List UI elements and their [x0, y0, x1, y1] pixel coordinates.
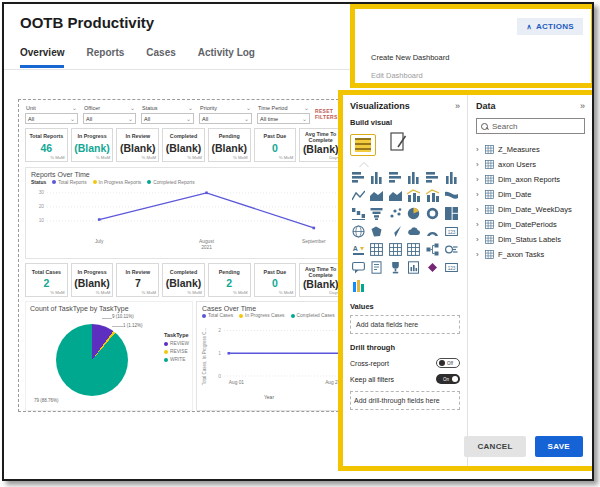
line-clustered-column-chart-icon[interactable] — [425, 188, 441, 203]
svg-text:10: 10 — [39, 219, 45, 224]
filter-dropdown-officer[interactable]: All⌄ — [83, 113, 136, 124]
build-visual-tab[interactable] — [350, 134, 376, 156]
kpi-card-total-cases[interactable]: Total Cases 2 % MoM — [25, 263, 68, 297]
key-influencers-icon[interactable] — [443, 242, 459, 257]
svg-text:123: 123 — [447, 230, 455, 235]
decomposition-tree-icon[interactable] — [425, 242, 441, 257]
map-icon[interactable] — [350, 224, 366, 239]
donut-chart-icon[interactable] — [425, 206, 441, 221]
legend-item-in-progress-reports: In Progress Reports — [93, 180, 142, 185]
kpi-card-in-review[interactable]: In Review (Blank) % MoM — [116, 128, 159, 162]
field-label: Z_Measures — [498, 145, 540, 154]
card-123-icon[interactable]: 123 — [443, 260, 459, 275]
azure-map-icon[interactable] — [406, 224, 422, 239]
kpi-sublabel: % MoM — [279, 155, 294, 160]
pie-chart-icon[interactable] — [406, 206, 422, 221]
tab-overview[interactable]: Overview — [20, 47, 64, 68]
tasktype-pie-chart[interactable]: Count of TaskType by TaskType 9 (10.11%)… — [25, 301, 193, 411]
kpi-value: 7 — [118, 277, 157, 289]
kpi-sublabel: % MoM — [233, 155, 248, 160]
field-dim-date[interactable]: › Dim_Date — [476, 187, 585, 202]
collapse-pane-icon[interactable]: » — [580, 101, 585, 111]
kpi-card-in-progress[interactable]: In Progress (Blank) % MoM — [71, 128, 114, 162]
gauge-icon[interactable] — [425, 224, 441, 239]
field-dim-date-weekdays[interactable]: › Dim_Date_WeekDays — [476, 202, 585, 217]
qa-icon[interactable] — [350, 260, 366, 275]
format-visual-tab[interactable] — [390, 132, 407, 156]
stacked-column-chart-icon[interactable] — [369, 170, 385, 185]
line-stacked-column-chart-icon[interactable] — [406, 188, 422, 203]
funnel-chart-icon[interactable] — [369, 206, 385, 221]
search-input[interactable]: Search — [476, 118, 585, 134]
filled-map-icon[interactable] — [369, 224, 385, 239]
actions-button[interactable]: ∧ ACTIONS — [517, 18, 583, 35]
100-stacked-bar-chart-icon[interactable] — [387, 170, 403, 185]
field-dim-status-labels[interactable]: › Dim_Status Labels — [476, 232, 585, 247]
kpi-card-total-reports[interactable]: Total Reports 46 % MoM — [25, 128, 68, 162]
field-dim-axon-reports[interactable]: › Dim_axon Reports — [476, 172, 585, 187]
menu-item-create-new-dashboard[interactable]: Create New Dashboard — [371, 53, 449, 62]
clustered-column-chart-icon[interactable] — [443, 170, 459, 185]
kpi-card-in-review[interactable]: In Review 7 % MoM — [116, 263, 159, 297]
tab-activity-log[interactable]: Activity Log — [198, 47, 255, 68]
kpi-card-avg-time-to-complete[interactable]: Avg Time To Complete (Blank) Days — [299, 263, 342, 297]
chevron-down-icon: ⌄ — [186, 116, 191, 122]
drill-through-dropzone[interactable]: Add drill-through fields here — [350, 391, 460, 410]
table-icon[interactable] — [387, 242, 403, 257]
kpi-card-in-progress[interactable]: In Progress (Blank) % MoM — [71, 263, 114, 297]
collapse-pane-icon[interactable]: » — [455, 101, 460, 111]
tab-cases[interactable]: Cases — [146, 47, 175, 68]
stacked-bar-chart-icon[interactable] — [350, 170, 366, 185]
cancel-button[interactable]: CANCEL — [464, 436, 525, 457]
treemap-icon[interactable] — [443, 206, 459, 221]
line-chart-icon[interactable] — [350, 188, 366, 203]
field-dim-dateperiods[interactable]: › Dim_DatePeriods — [476, 217, 585, 232]
clustered-bar-chart-icon[interactable] — [425, 170, 441, 185]
scatter-chart-icon[interactable] — [387, 206, 403, 221]
slicer-icon[interactable] — [369, 242, 385, 257]
paginated-report-icon[interactable] — [406, 260, 422, 275]
field-list: › Z_Measures › axon Users › Dim_axon Rep… — [476, 142, 585, 262]
kpi-card-completed[interactable]: Completed (Blank) % MoM — [162, 263, 205, 297]
kpi-card-pending[interactable]: Pending (Blank) % MoM — [208, 128, 251, 162]
filter-officer: Officer⌄ All⌄ — [83, 104, 136, 124]
chevron-down-icon: ⌄ — [302, 116, 307, 122]
card-icon[interactable]: 123 — [443, 224, 459, 239]
keep-all-filters-toggle[interactable]: On — [436, 374, 460, 384]
cross-report-toggle[interactable]: Off — [436, 358, 460, 368]
menu-item-edit-dashboard[interactable]: Edit Dashboard — [371, 71, 423, 80]
save-button[interactable]: SAVE — [535, 436, 583, 457]
area-chart-icon[interactable] — [369, 188, 385, 203]
stacked-area-chart-icon[interactable] — [387, 188, 403, 203]
filter-dropdown-priority[interactable]: All⌄ — [199, 113, 252, 124]
kpi-card-completed[interactable]: Completed (Blank) % MoM — [162, 128, 205, 162]
tab-reports[interactable]: Reports — [86, 47, 124, 68]
cases-over-time-chart[interactable]: Cases Over Time Total CasesIn Progress C… — [196, 301, 342, 411]
shape-map-icon[interactable] — [387, 224, 403, 239]
screenshot-stage: OOTB Productivity Overview Reports Cases… — [0, 0, 600, 487]
kpi-card-avg-time-to-complete[interactable]: Avg Time To Complete (Blank) Days — [299, 128, 342, 162]
100-stacked-column-chart-icon[interactable] — [406, 170, 422, 185]
values-dropzone[interactable]: Add data fields here — [350, 315, 460, 334]
field-z-measures[interactable]: › Z_Measures — [476, 142, 585, 157]
kpi-value: 2 — [27, 277, 66, 289]
waterfall-chart-icon[interactable] — [350, 206, 366, 221]
power-apps-icon[interactable] — [425, 260, 441, 275]
ribbon-chart-icon[interactable] — [443, 188, 459, 203]
matrix-icon[interactable] — [406, 242, 422, 257]
smart-narrative-icon[interactable] — [369, 260, 385, 275]
kpi-card-pending[interactable]: Pending 2 % MoM — [208, 263, 251, 297]
metrics-icon[interactable] — [387, 260, 403, 275]
multi-row-card-icon[interactable]: A — [350, 242, 366, 257]
filter-dropdown-time-period[interactable]: All time⌄ — [257, 113, 310, 124]
filter-dropdown-status[interactable]: All⌄ — [141, 113, 194, 124]
reports-over-time-chart[interactable]: Reports Over Time StatusTotal ReportsIn … — [25, 167, 342, 259]
python-visual-icon[interactable] — [350, 278, 366, 293]
kpi-card-past-due[interactable]: Past Due 0 % MoM — [254, 263, 297, 297]
kpi-card-past-due[interactable]: Past Due 0 % MoM — [254, 128, 297, 162]
table-icon — [485, 235, 494, 244]
filter-dropdown-unit[interactable]: All⌄ — [25, 113, 78, 124]
field-f-axon-tasks[interactable]: › F_axon Tasks — [476, 247, 585, 262]
field-axon-users[interactable]: › axon Users — [476, 157, 585, 172]
page-title: OOTB Productivity — [20, 14, 154, 31]
